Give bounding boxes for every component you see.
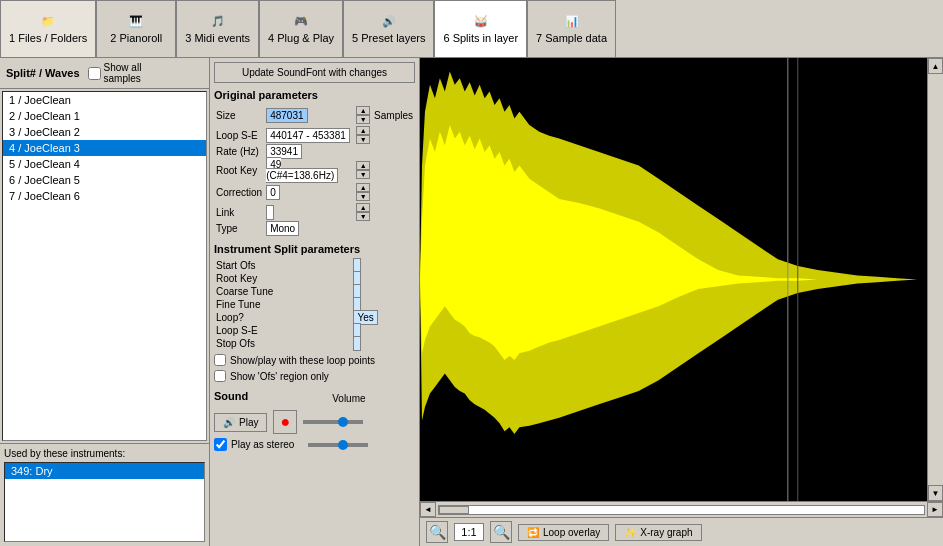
loop-icon: 🔁 (527, 527, 539, 538)
size-spinner[interactable]: ▲ ▼ (356, 106, 370, 124)
tab-sample-label: 7 Sample data (536, 32, 607, 44)
tab-files[interactable]: 📁 1 Files / Folders (0, 0, 96, 57)
wave-item[interactable]: 5 / JoeClean 4 (3, 156, 206, 172)
show-loop-checkbox[interactable] (214, 354, 226, 366)
spin-up[interactable]: ▲ (356, 161, 370, 170)
stop-button[interactable]: ● (273, 410, 297, 434)
table-row: Loop S-E 440147 - 453381 ▲ ▼ (214, 125, 415, 145)
volume-label: Volume (332, 393, 365, 404)
play-button[interactable]: 🔊 Play (214, 413, 267, 432)
tab-sample[interactable]: 📊 7 Sample data (527, 0, 616, 57)
update-soundfont-button[interactable]: Update SoundFont with changes (214, 62, 415, 83)
table-row: Loop? Yes (214, 311, 415, 324)
zoom-in-button[interactable]: 🔍 (426, 521, 448, 543)
waveform-area (420, 58, 927, 501)
pianoroll-icon: 🎹 (129, 15, 143, 28)
zoom-out-button[interactable]: 🔍 (490, 521, 512, 543)
show-ofs-label: Show 'Ofs' region only (230, 371, 329, 382)
scroll-right-arrow[interactable]: ► (927, 502, 943, 517)
scrollbar-v[interactable]: ▲ ▼ (927, 58, 943, 501)
volume-slider[interactable] (303, 420, 363, 424)
table-row: Start Ofs (214, 259, 415, 272)
xray-label: X-ray graph (640, 527, 692, 538)
table-row: Root Key 49 (C#4=138.6Hz) ▲ ▼ (214, 158, 415, 182)
plugin-icon: 🎮 (294, 15, 308, 28)
table-row: Root Key (214, 272, 415, 285)
spin-up[interactable]: ▲ (356, 183, 370, 192)
scroll-left-arrow[interactable]: ◄ (420, 502, 436, 517)
wave-item[interactable]: 7 / JoeClean 6 (3, 188, 206, 204)
show-loop-label: Show/play with these loop points (230, 355, 375, 366)
table-row: Stop Ofs (214, 337, 415, 350)
spin-up[interactable]: ▲ (356, 126, 370, 135)
show-all-checkbox[interactable] (88, 67, 101, 80)
stereo-slider[interactable] (308, 443, 368, 447)
show-all-text: Show allsamples (104, 62, 142, 84)
wave-item-selected[interactable]: 4 / JoeClean 3 (3, 140, 206, 156)
stop-ofs-label: Stop Ofs (214, 337, 351, 350)
loop-overlay-button[interactable]: 🔁 Loop overlay (518, 524, 609, 541)
scroll-down-arrow[interactable]: ▼ (928, 485, 943, 501)
wave-list: 1 / JoeClean 2 / JoeClean 1 3 / JoeClean… (2, 91, 207, 441)
tab-pianoroll[interactable]: 🎹 2 Pianoroll (96, 0, 176, 57)
table-row: Loop S-E (214, 324, 415, 337)
play-label: Play (239, 417, 258, 428)
wave-item[interactable]: 1 / JoeClean (3, 92, 206, 108)
midi-icon: 🎵 (211, 15, 225, 28)
spin-down[interactable]: ▼ (356, 115, 370, 124)
zoom-label: 1:1 (454, 523, 484, 541)
scrollbar-h[interactable]: ◄ ► (420, 501, 943, 517)
xray-icon: ✨ (624, 527, 636, 538)
size-value: 487031 (266, 108, 307, 123)
spin-down[interactable]: ▼ (356, 135, 370, 144)
tab-plugin[interactable]: 🎮 4 Plug & Play (259, 0, 343, 57)
wave-item[interactable]: 2 / JoeClean 1 (3, 108, 206, 124)
scrollbar-thumb[interactable] (439, 506, 469, 514)
correction-spinner[interactable]: ▲ ▼ (356, 183, 370, 201)
tab-plugin-label: 4 Plug & Play (268, 32, 334, 44)
original-params-title: Original parameters (214, 89, 415, 101)
zoom-in-icon: 🔍 (429, 524, 446, 540)
type-value: Mono (266, 221, 299, 236)
loop-se-split-label: Loop S-E (214, 324, 351, 337)
tab-preset-label: 5 Preset layers (352, 32, 425, 44)
spin-up[interactable]: ▲ (356, 106, 370, 115)
root-key-spinner[interactable]: ▲ ▼ (356, 161, 370, 179)
instrument-item[interactable]: 349: Dry (5, 463, 204, 479)
show-ofs-checkbox[interactable] (214, 370, 226, 382)
wave-item[interactable]: 6 / JoeClean 5 (3, 172, 206, 188)
xray-button[interactable]: ✨ X-ray graph (615, 524, 701, 541)
table-row: Coarse Tune (214, 285, 415, 298)
waveform-canvas (420, 58, 927, 501)
instruments-list: 349: Dry (4, 462, 205, 542)
table-row: Type Mono (214, 222, 415, 235)
left-panel: Split# / Waves Show allsamples 1 / JoeCl… (0, 58, 210, 546)
show-all-label[interactable]: Show allsamples (88, 62, 142, 84)
scrollbar-track[interactable] (438, 505, 925, 515)
play-stereo-checkbox[interactable] (214, 438, 227, 451)
tab-midi[interactable]: 🎵 3 Midi events (176, 0, 259, 57)
split-header: Split# / Waves Show allsamples (0, 58, 209, 89)
split-title: Split# / Waves (6, 67, 80, 79)
spin-up[interactable]: ▲ (356, 203, 370, 212)
table-row: Correction 0 ▲ ▼ (214, 182, 415, 202)
play-stereo-label: Play as stereo (231, 439, 294, 450)
spin-down[interactable]: ▼ (356, 212, 370, 221)
tab-splits[interactable]: 🥁 6 Splits in layer (434, 0, 527, 57)
rate-label: Rate (Hz) (214, 145, 264, 158)
link-spinner[interactable]: ▲ ▼ (356, 203, 370, 221)
loop-se-spinner[interactable]: ▲ ▼ (356, 126, 370, 144)
loop-se-value: 440147 - 453381 (266, 128, 350, 143)
wave-item[interactable]: 3 / JoeClean 2 (3, 124, 206, 140)
spin-down[interactable]: ▼ (356, 170, 370, 179)
show-loop-row: Show/play with these loop points (214, 354, 415, 366)
bottom-controls: 🔍 1:1 🔍 🔁 Loop overlay ✨ X-ray graph (420, 517, 943, 546)
table-row: Fine Tune (214, 298, 415, 311)
size-label: Size (214, 105, 264, 125)
tab-preset[interactable]: 🔊 5 Preset layers (343, 0, 434, 57)
spin-down[interactable]: ▼ (356, 192, 370, 201)
split-params-table: Start Ofs Root Key Coarse Tune Fine Tune… (214, 259, 415, 350)
scroll-up-arrow[interactable]: ▲ (928, 58, 943, 74)
center-panel: Update SoundFont with changes Original p… (210, 58, 420, 546)
show-ofs-row: Show 'Ofs' region only (214, 370, 415, 382)
